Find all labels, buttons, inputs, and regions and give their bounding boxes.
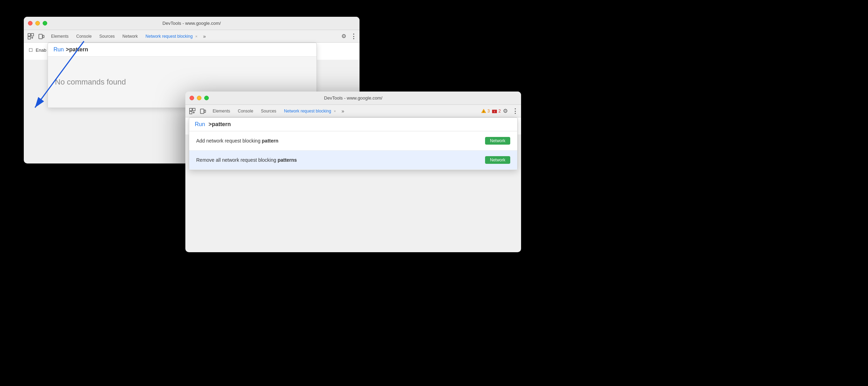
cmd-result-badge-0: Network <box>485 137 510 145</box>
tab-console-1[interactable]: Console <box>73 32 95 40</box>
svg-rect-11 <box>204 110 206 112</box>
tab-close-icon-1[interactable]: × <box>195 34 197 38</box>
titlebar-1: DevTools - www.google.com/ <box>24 17 360 30</box>
close-button-2[interactable] <box>190 96 194 100</box>
svg-rect-7 <box>190 108 192 111</box>
checkbox-icon-1[interactable]: ☐ <box>29 48 33 53</box>
svg-rect-9 <box>190 111 192 114</box>
svg-rect-8 <box>193 108 195 111</box>
svg-rect-3 <box>39 34 42 39</box>
cmd-result-text-0: Add network request blocking pattern <box>196 138 479 144</box>
svg-rect-0 <box>28 34 30 36</box>
tab-settings-row-1: ⚙ ⋮ <box>341 32 357 40</box>
warning-badge-2: ! 3 <box>481 108 490 114</box>
devtools-tabbar-2: Elements Console Sources Network request… <box>185 105 521 117</box>
cmd-run-label-1: Run <box>54 46 64 53</box>
window-title-2: DevTools - www.google.com/ <box>324 95 383 101</box>
more-tabs-icon-1[interactable]: » <box>202 34 207 39</box>
devtools-window-2: DevTools - www.google.com/ Elements Cons… <box>185 92 521 252</box>
cmd-result-text-1: Remove all network request blocking patt… <box>196 157 479 163</box>
devtools-tabbar-1: Elements Console Sources Network Network… <box>24 30 360 43</box>
device-toggle-icon-2[interactable] <box>199 107 207 115</box>
svg-rect-10 <box>200 109 204 114</box>
svg-rect-2 <box>28 37 30 39</box>
more-icon-1[interactable]: ⋮ <box>350 32 357 40</box>
tab-network-1[interactable]: Network <box>119 32 141 40</box>
gear-icon-1[interactable]: ⚙ <box>341 33 348 40</box>
tab-sources-2[interactable]: Sources <box>257 107 280 115</box>
gear-icon-2[interactable]: ⚙ <box>503 108 510 115</box>
traffic-lights-1 <box>28 21 47 26</box>
tab-elements-1[interactable]: Elements <box>48 32 72 40</box>
more-icon-2[interactable]: ⋮ <box>512 107 518 115</box>
minimize-button-1[interactable] <box>35 21 40 26</box>
command-palette-2: Run >pattern Add network request blockin… <box>189 117 518 170</box>
device-toggle-icon-1[interactable] <box>37 32 45 41</box>
svg-text:!: ! <box>483 110 484 113</box>
more-tabs-icon-2[interactable]: » <box>340 108 346 114</box>
titlebar-2: DevTools - www.google.com/ <box>185 92 521 105</box>
cmd-result-row-0[interactable]: Add network request blocking pattern Net… <box>189 131 517 151</box>
maximize-button-2[interactable] <box>204 96 209 100</box>
tab-close-icon-2[interactable]: × <box>334 109 336 113</box>
cmd-input-row-2[interactable]: Run >pattern <box>189 118 517 131</box>
tab-sources-1[interactable]: Sources <box>96 32 118 40</box>
tab-elements-2[interactable]: Elements <box>209 107 234 115</box>
enable-label-1: Enab <box>36 48 46 53</box>
cmd-input-row-1[interactable]: Run >pattern <box>48 43 316 57</box>
svg-rect-4 <box>43 35 44 38</box>
close-button-1[interactable] <box>28 21 33 26</box>
tab-network-request-blocking-1[interactable]: Network request blocking × <box>142 32 201 40</box>
inspector-icon-2[interactable] <box>188 107 197 115</box>
tab-console-2[interactable]: Console <box>234 107 257 115</box>
error-badge-2: ! 2 <box>492 108 501 114</box>
cmd-pattern-text-1: >pattern <box>66 46 88 53</box>
cmd-result-badge-1: Network <box>485 156 510 164</box>
svg-text:!: ! <box>494 110 495 113</box>
traffic-lights-2 <box>190 96 209 100</box>
window-title-1: DevTools - www.google.com/ <box>163 21 221 26</box>
svg-rect-1 <box>31 34 34 36</box>
cmd-result-row-1[interactable]: Remove all network request blocking patt… <box>189 151 517 170</box>
maximize-button-1[interactable] <box>43 21 47 26</box>
tab-network-request-blocking-2[interactable]: Network request blocking × <box>280 107 340 115</box>
minimize-button-2[interactable] <box>197 96 201 100</box>
tab-settings-row-2: ! 3 ! 2 ⚙ ⋮ <box>481 107 518 115</box>
cmd-pattern-text-2: >pattern <box>208 121 231 128</box>
inspector-icon-1[interactable] <box>27 32 35 41</box>
cmd-run-label-2: Run <box>195 121 205 128</box>
